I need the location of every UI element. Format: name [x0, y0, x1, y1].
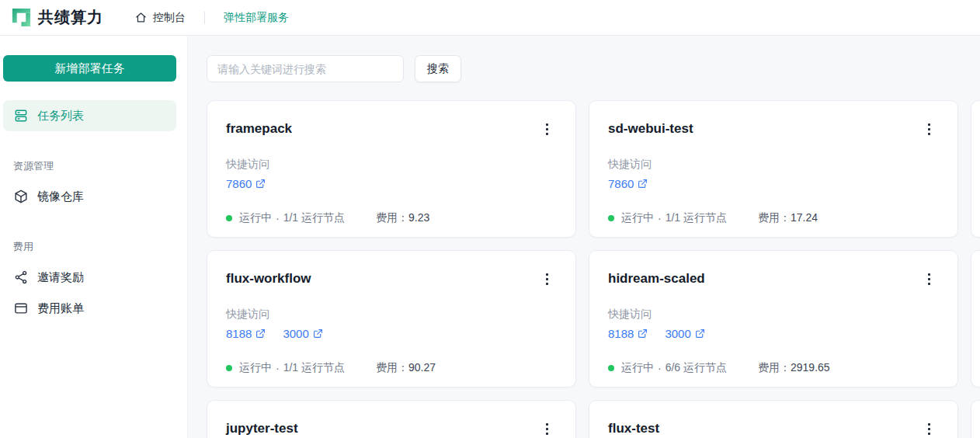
status-dot-icon [608, 365, 614, 371]
port-link[interactable]: 8188 [608, 327, 648, 340]
card-status-row: 运行中 · 1/1 运行节点 费用：9.23 [226, 211, 557, 225]
port-link[interactable]: 7860 [608, 177, 648, 190]
port-link[interactable]: 7860 [226, 177, 266, 190]
sidebar-item-image-repo[interactable]: 镜像仓库 [3, 181, 176, 212]
cost-label: 费用： [376, 211, 408, 224]
cost: 费用：90.27 [376, 361, 436, 375]
task-card[interactable]: framepack 快捷访问 7860 运行中 · 1/1 运行节点 费用：9.… [207, 100, 576, 238]
nav-service-link[interactable]: 弹性部署服务 [224, 11, 289, 25]
port-number: 8188 [226, 327, 252, 340]
cost-value: 17.24 [791, 211, 818, 224]
status-dot-icon [608, 215, 614, 221]
cost-value: 2919.65 [791, 361, 830, 374]
card-header: framepack [226, 120, 557, 138]
card-header: hidream-scaled [608, 269, 939, 288]
quick-access-label: 快捷访问 [608, 158, 939, 172]
cost-label: 费用： [758, 211, 791, 224]
nav-console-link[interactable]: 控制台 [134, 11, 186, 25]
kebab-menu-button[interactable] [537, 119, 557, 139]
sidebar-item-label: 镜像仓库 [37, 189, 84, 204]
logo-icon [11, 7, 32, 28]
home-icon [134, 11, 148, 24]
nav-console-label: 控制台 [153, 11, 186, 25]
external-link-icon [313, 328, 323, 339]
status-separator: · [276, 212, 280, 224]
task-card[interactable]: hidream-scaled 快捷访问 81883000 运行中 · 6/6 运… [589, 250, 958, 388]
status-dot-icon [226, 365, 232, 371]
status-text: 运行中 [239, 361, 272, 375]
package-cube-icon [13, 189, 29, 204]
kebab-menu-button[interactable] [919, 419, 939, 438]
kebab-menu-button[interactable] [919, 269, 939, 289]
card-title: sd-webui-test [608, 121, 693, 137]
bill-card-icon [13, 301, 29, 316]
cost: 费用：2919.65 [758, 361, 830, 375]
task-card[interactable]: flux-workflow 快捷访问 81883000 运行中 · 1/1 运行… [207, 250, 576, 388]
task-card[interactable]: flux-test [589, 400, 958, 438]
nodes-text: 1/1 运行节点 [283, 211, 345, 225]
port-link[interactable]: 8188 [226, 327, 266, 340]
status-dot-icon [226, 215, 232, 221]
search-button[interactable]: 搜索 [415, 55, 461, 82]
port-links: 81883000 [226, 327, 557, 340]
kebab-menu-button[interactable] [537, 419, 557, 438]
search-bar: 搜索 [207, 55, 980, 82]
quick-access-label: 快捷访问 [226, 308, 557, 322]
cost-value: 9.23 [408, 211, 429, 224]
card-header: flux-test [608, 419, 939, 438]
kebab-menu-button[interactable] [537, 269, 557, 289]
port-link[interactable]: 3000 [665, 327, 704, 340]
brand-logo[interactable]: 共绩算力 [11, 7, 103, 28]
port-link[interactable]: 3000 [283, 327, 322, 340]
task-card[interactable]: jupyter-test [207, 400, 576, 438]
sidebar-item-label: 费用账单 [37, 301, 84, 316]
sidebar-section-resources: 资源管理 [13, 159, 176, 173]
external-link-icon [695, 328, 705, 339]
sidebar-item-label: 邀请奖励 [37, 270, 84, 285]
nav-service-label: 弹性部署服务 [224, 11, 289, 25]
card-header: jupyter-test [226, 419, 557, 438]
card-header: flux-workflow [226, 269, 557, 288]
port-number: 3000 [665, 327, 690, 340]
task-card[interactable] [971, 100, 980, 238]
port-number: 3000 [283, 327, 308, 340]
quick-access-section: 快捷访问 7860 [226, 158, 557, 190]
task-card[interactable] [971, 400, 980, 438]
kebab-menu-button[interactable] [919, 119, 939, 139]
cost-label: 费用： [376, 361, 408, 374]
card-status-row: 运行中 · 1/1 运行节点 费用：17.24 [608, 211, 939, 225]
port-number: 8188 [608, 327, 634, 340]
sidebar-item-label: 任务列表 [37, 109, 84, 123]
sidebar-item-billing[interactable]: 费用账单 [3, 293, 176, 324]
quick-access-section: 快捷访问 7860 [608, 158, 939, 190]
status-separator: · [658, 362, 662, 374]
quick-access-section: 快捷访问 81883000 [608, 308, 939, 340]
sidebar: 新增部署任务 任务列表 资源管理 镜像仓库 费用 [0, 36, 188, 438]
new-deploy-task-button[interactable]: 新增部署任务 [3, 55, 176, 82]
status-text: 运行中 [621, 361, 654, 375]
quick-access-label: 快捷访问 [226, 158, 557, 172]
card-title: flux-test [608, 421, 659, 436]
external-link-icon [255, 179, 266, 189]
task-card-grid: framepack 快捷访问 7860 运行中 · 1/1 运行节点 费用：9.… [207, 100, 980, 438]
status-text: 运行中 [621, 211, 654, 225]
sidebar-item-task-list[interactable]: 任务列表 [3, 100, 176, 131]
card-status-row: 运行中 · 1/1 运行节点 费用：90.27 [226, 361, 557, 375]
card-status-row: 运行中 · 6/6 运行节点 费用：2919.65 [608, 361, 939, 375]
port-number: 7860 [608, 177, 634, 190]
cost-label: 费用： [758, 361, 791, 374]
search-input[interactable] [207, 55, 404, 82]
task-card[interactable]: sd-webui-test 快捷访问 7860 运行中 · 1/1 运行节点 费… [589, 100, 958, 238]
external-link-icon [638, 179, 648, 189]
task-card[interactable] [971, 250, 980, 388]
status-separator: · [276, 362, 280, 374]
top-navigation: 控制台 弹性部署服务 [134, 11, 289, 25]
nodes-text: 1/1 运行节点 [665, 211, 727, 225]
quick-access-section: 快捷访问 81883000 [226, 308, 557, 340]
card-header: sd-webui-test [608, 120, 939, 138]
topbar: 共绩算力 控制台 弹性部署服务 [0, 0, 980, 36]
sidebar-item-invite-rewards[interactable]: 邀请奖励 [3, 262, 176, 293]
card-title: hidream-scaled [608, 271, 705, 287]
brand-name: 共绩算力 [38, 7, 103, 28]
port-links: 7860 [608, 177, 939, 190]
